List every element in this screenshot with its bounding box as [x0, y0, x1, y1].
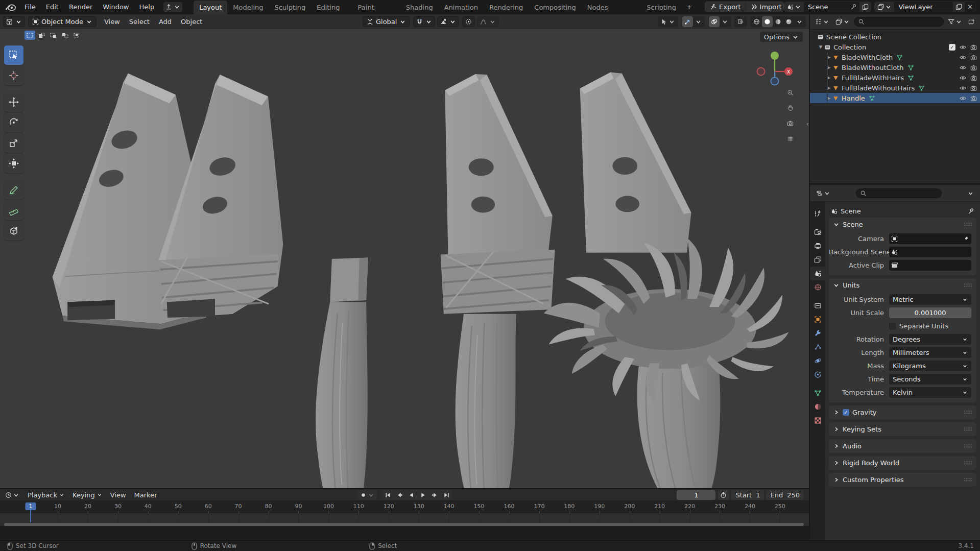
remove-viewlayer-button[interactable]: ✕: [965, 2, 975, 12]
pin-icon[interactable]: [968, 208, 974, 214]
properties-tab-view-layer[interactable]: [810, 253, 825, 267]
camera-icon[interactable]: [970, 44, 977, 51]
workspace-tab-texture-paint[interactable]: Texture Paint: [352, 0, 400, 14]
length-dropdown[interactable]: Millimeters: [889, 347, 971, 358]
tool-select-box[interactable]: [4, 45, 23, 65]
model-full-blade-without-hairs[interactable]: [441, 74, 555, 502]
properties-tab-physics[interactable]: [810, 354, 825, 368]
outliner-search-input[interactable]: [854, 17, 944, 27]
tool-measure[interactable]: [4, 201, 23, 220]
panel-grip[interactable]: [964, 444, 972, 448]
auto-key-record-icon[interactable]: [360, 492, 367, 498]
properties-tab-collection[interactable]: [810, 299, 825, 313]
panel-header[interactable]: Audio: [829, 439, 976, 453]
timeline-track[interactable]: [0, 513, 809, 522]
snap-toggle[interactable]: [413, 16, 435, 27]
disclosure-icon[interactable]: ▼: [817, 44, 824, 50]
options-button[interactable]: Options: [760, 32, 803, 42]
camera-icon[interactable]: [970, 75, 977, 81]
region-collapse-icon[interactable]: ‹: [806, 120, 809, 128]
background-scene-field[interactable]: [889, 247, 971, 257]
selectability-dropdown[interactable]: [659, 16, 677, 27]
panel-header[interactable]: ✓Gravity: [829, 405, 976, 419]
eye-icon[interactable]: [960, 64, 966, 71]
viewlayer-name-field[interactable]: ViewLayer: [894, 3, 953, 11]
gravity-checkbox[interactable]: ✓: [843, 409, 849, 416]
timeline-menu-view[interactable]: View: [106, 491, 130, 499]
viewport-menu-view[interactable]: View: [100, 18, 125, 26]
outliner-display-mode-dropdown[interactable]: [813, 16, 831, 27]
panel-grip[interactable]: [964, 427, 972, 432]
viewlayer-browse-button[interactable]: [875, 2, 894, 12]
zoom-view-icon[interactable]: [787, 89, 794, 96]
timeline-ruler[interactable]: 1 10203040506070809010011012013014015016…: [0, 501, 809, 513]
time-dropdown[interactable]: Seconds: [889, 374, 971, 385]
model-full-blade-with-hairs[interactable]: [544, 72, 789, 502]
properties-tab-particles[interactable]: [810, 340, 825, 354]
panel-header[interactable]: Custom Properties: [829, 473, 976, 487]
outliner-filter-dropdown[interactable]: [946, 16, 964, 27]
editor-type-button[interactable]: [3, 16, 25, 27]
disclosure-icon[interactable]: ▶: [825, 85, 832, 90]
properties-tab-modifiers[interactable]: [810, 326, 825, 340]
gizmo-axis-y[interactable]: [771, 52, 779, 60]
tool-cursor[interactable]: [4, 66, 23, 85]
import-button[interactable]: Import: [746, 2, 784, 12]
outliner-row-collection[interactable]: ▼Collection✓: [810, 42, 980, 52]
viewport-menu-object[interactable]: Object: [176, 18, 207, 26]
disclosure-icon[interactable]: ▶: [825, 75, 832, 80]
timeline-menu-playback[interactable]: Playback: [23, 491, 68, 499]
jump-to-start-button[interactable]: [382, 490, 394, 500]
viewport-menu-select[interactable]: Select: [125, 18, 154, 26]
proportional-falloff-dropdown[interactable]: [477, 16, 499, 27]
active-clip-field[interactable]: [889, 260, 971, 271]
current-frame-field[interactable]: 1: [677, 490, 715, 500]
proportional-edit-toggle[interactable]: [462, 16, 475, 27]
gizmos-toggle[interactable]: [682, 16, 693, 27]
shading-wireframe-button[interactable]: [751, 16, 762, 27]
menu-edit[interactable]: Edit: [41, 0, 64, 14]
outliner-row-fullbladewithhairs[interactable]: ▶FullBladeWithHairs: [810, 73, 980, 83]
navigation-gizmo[interactable]: X: [753, 50, 797, 93]
workspace-tab-modeling[interactable]: Modeling: [227, 1, 269, 14]
properties-tab-object[interactable]: [810, 313, 825, 326]
properties-tab-constraints[interactable]: [810, 368, 825, 381]
separate-units-checkbox[interactable]: [889, 323, 896, 329]
xray-toggle[interactable]: [735, 16, 746, 27]
select-mode-extend[interactable]: [36, 31, 47, 40]
outliner-row-fullbladewithouthairs[interactable]: ▶FullBladeWithoutHairs: [810, 83, 980, 93]
pan-view-icon[interactable]: [787, 105, 794, 111]
properties-tab-material[interactable]: [810, 400, 825, 414]
properties-tab-tool[interactable]: [810, 207, 825, 221]
unit-system-dropdown[interactable]: Metric: [889, 294, 971, 305]
workspace-tab-shading[interactable]: Shading: [400, 1, 439, 14]
scene-browse-button[interactable]: [784, 2, 804, 12]
scrollbar-thumb[interactable]: [4, 523, 804, 526]
mass-dropdown[interactable]: Kilograms: [889, 361, 971, 371]
pin-scene-icon[interactable]: [848, 2, 859, 12]
menu-window[interactable]: Window: [98, 0, 134, 14]
panel-header[interactable]: Rigid Body World: [829, 456, 976, 470]
viewport-menu-add[interactable]: Add: [154, 18, 176, 26]
snap-target-dropdown[interactable]: [437, 16, 459, 27]
collection-checkbox[interactable]: ✓: [949, 44, 955, 51]
panel-grip[interactable]: [964, 410, 972, 415]
prev-keyframe-button[interactable]: [394, 490, 405, 500]
select-mode-intersect[interactable]: [71, 31, 82, 40]
frame-start-field[interactable]: Start 1: [731, 490, 764, 500]
workspace-tab-compositing[interactable]: Compositing: [529, 1, 582, 14]
add-workspace-button[interactable]: +: [682, 0, 697, 14]
disclosure-icon[interactable]: ▶: [825, 65, 832, 70]
menu-help[interactable]: Help: [134, 0, 160, 14]
properties-editor-type-button[interactable]: [814, 188, 832, 199]
camera-icon[interactable]: [970, 64, 977, 71]
panel-grip[interactable]: [964, 283, 972, 288]
new-collection-button[interactable]: [966, 16, 977, 27]
new-scene-button[interactable]: [859, 2, 871, 12]
play-button[interactable]: [417, 490, 429, 500]
timeline-scrollbar[interactable]: [4, 523, 804, 526]
jump-to-end-button[interactable]: [441, 490, 452, 500]
camera-field[interactable]: [889, 233, 971, 244]
tool-scale[interactable]: [4, 133, 23, 153]
shading-rendered-button[interactable]: [783, 16, 794, 27]
